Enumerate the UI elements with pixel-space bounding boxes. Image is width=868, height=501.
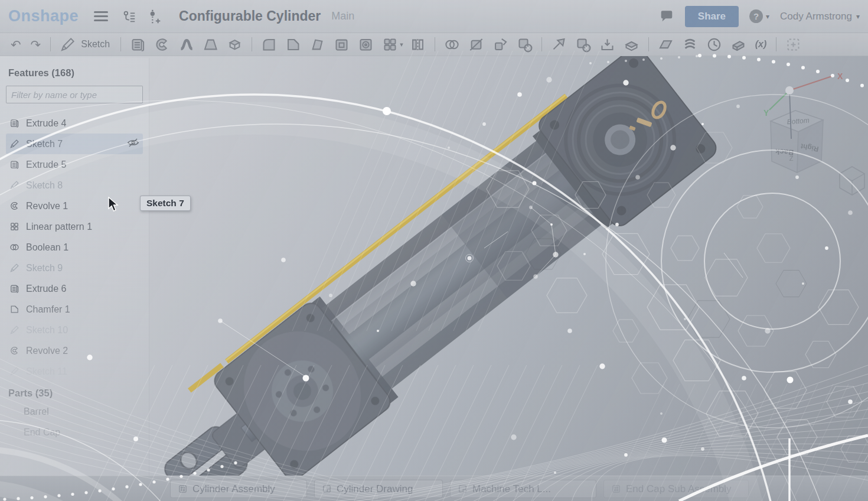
feature-item[interactable]: Sketch 8 [6, 175, 143, 196]
versions-history-icon[interactable] [121, 9, 136, 24]
tab-end-cap-sub-assembly[interactable]: End Cap Sub Assembly [603, 480, 749, 498]
shell-icon[interactable] [334, 37, 350, 53]
isometric-view-button[interactable] [840, 167, 864, 195]
create-version-icon[interactable] [147, 9, 162, 24]
assembly-icon [178, 484, 188, 494]
split-icon[interactable] [468, 37, 484, 53]
hole-icon[interactable] [358, 37, 374, 53]
draft-icon[interactable] [309, 37, 325, 53]
feature-item[interactable]: Extrude 5 [6, 154, 143, 175]
parts-header: Parts (35) [8, 388, 143, 399]
hide-eye-icon[interactable] [127, 138, 139, 150]
feature-item[interactable]: Extrude 6 [6, 278, 143, 299]
extrude-icon [9, 118, 19, 128]
redo-icon[interactable]: ↷ [31, 38, 41, 51]
feature-item[interactable]: Chamfer 1 [6, 299, 143, 320]
help-icon[interactable]: ? [749, 9, 763, 23]
sketch-icon [9, 180, 19, 190]
delete-part-icon[interactable] [517, 37, 533, 53]
tab-cylinder-drawing[interactable]: Cylinder Drawing [314, 480, 443, 498]
sheet-metal-icon[interactable] [730, 37, 746, 53]
chamfer-icon [9, 304, 19, 314]
features-panel: Features (168) Extrude 4 Sketch 7 Extrud… [0, 58, 149, 501]
sketch-button-label[interactable]: Sketch [81, 39, 110, 50]
boolean-icon [9, 242, 19, 252]
sketch-icon [9, 263, 19, 273]
plane-icon[interactable] [658, 37, 674, 53]
revolve-icon [9, 346, 19, 356]
undo-icon[interactable]: ↶ [11, 38, 21, 51]
helix-icon[interactable] [682, 37, 698, 53]
help-caret-icon: ▾ [766, 12, 769, 21]
rollback-icon[interactable] [706, 37, 722, 53]
viewcube-axis-y-label: Y [763, 108, 769, 118]
feature-item[interactable]: Revolve 2 [6, 340, 143, 361]
sketch-icon [9, 325, 19, 335]
mirror-icon[interactable] [410, 37, 426, 53]
linear-pattern-icon[interactable] [382, 37, 398, 53]
export-icon[interactable] [624, 37, 639, 53]
extrude-icon[interactable] [130, 37, 146, 53]
sketch-icon [9, 366, 19, 376]
drawing-icon [322, 484, 332, 494]
onshape-logo[interactable]: Onshape [8, 7, 79, 25]
assembly-icon [611, 484, 621, 494]
revolve-icon [9, 201, 19, 211]
feature-item[interactable]: Boolean 1 [6, 237, 143, 258]
help-menu[interactable]: ? ▾ [749, 9, 769, 23]
selection-icon[interactable] [785, 37, 801, 53]
viewcube-axis-z-label: Z [789, 155, 794, 162]
share-button[interactable]: Share [685, 6, 739, 27]
extrude-icon [9, 284, 19, 294]
view-cube[interactable]: Bottom Back Right Z Y X [763, 71, 864, 195]
comments-icon[interactable] [659, 9, 674, 24]
fillet-icon[interactable] [261, 37, 277, 53]
loft-icon[interactable] [203, 37, 218, 53]
sweep-icon[interactable] [178, 37, 194, 53]
thicken-icon[interactable] [227, 37, 243, 53]
viewcube-axis-x-label: X [837, 71, 843, 81]
main-menu-icon[interactable] [94, 11, 108, 21]
extrude-icon [9, 160, 19, 170]
revolve-icon[interactable] [154, 37, 170, 53]
tab-machine-tech[interactable]: Machine Tech L... [450, 480, 596, 498]
feature-item[interactable]: Sketch 10 [6, 320, 143, 340]
part-item[interactable]: End Cap [6, 422, 143, 443]
document-title: Configurable Cylinder [179, 8, 321, 24]
sketch-pencil-icon[interactable] [60, 37, 76, 53]
user-caret-icon: ▾ [856, 12, 860, 21]
variables-icon[interactable]: (x) [755, 40, 767, 49]
linear-pattern-icon [9, 222, 19, 232]
feature-item[interactable]: Extrude 4 [6, 113, 143, 134]
feature-item[interactable]: Revolve 1 [6, 196, 143, 216]
feature-item[interactable]: Sketch 9 [6, 258, 143, 278]
user-name: Cody Armstrong [780, 11, 852, 22]
sketch7-tooltip: Sketch 7 [140, 196, 191, 211]
import-icon[interactable] [599, 37, 615, 53]
features-header: Features (168) [8, 67, 143, 79]
workspace-name[interactable]: Main [331, 10, 354, 22]
delete-face-icon[interactable] [575, 37, 591, 53]
document-tab-bar: Cylinder Assembly Cylinder Drawing Machi… [0, 476, 868, 501]
part-item[interactable]: Barrel [6, 401, 143, 422]
feature-toolbar: ↶ ↷ Sketch ▾ (x) [0, 33, 868, 56]
move-face-icon[interactable] [551, 37, 567, 53]
feature-item[interactable]: Sketch 11 [6, 361, 143, 382]
tab-cylinder-assembly[interactable]: Cylinder Assembly [170, 480, 307, 498]
top-document-bar: Onshape Configurable Cylinder Main Share… [0, 0, 868, 33]
feature-list: Extrude 4 Sketch 7 Extrude 5 Sketch 8 Re… [6, 113, 143, 382]
sketch-icon [9, 139, 19, 149]
chamfer-icon[interactable] [285, 37, 301, 53]
filter-input[interactable] [6, 86, 143, 103]
feature-item-selected[interactable]: Sketch 7 [6, 134, 143, 154]
onshape-app: Bottom Back Right Z Y X Onshape Configur… [0, 0, 868, 501]
pattern-dropdown-caret-icon[interactable]: ▾ [400, 41, 403, 48]
cylinder-model [133, 40, 720, 501]
user-account-menu[interactable]: Cody Armstrong ▾ [780, 11, 860, 22]
transform-icon[interactable] [492, 37, 508, 53]
document-icon [458, 484, 468, 494]
boolean-icon[interactable] [444, 37, 460, 53]
feature-item[interactable]: Linear pattern 1 [6, 216, 143, 237]
